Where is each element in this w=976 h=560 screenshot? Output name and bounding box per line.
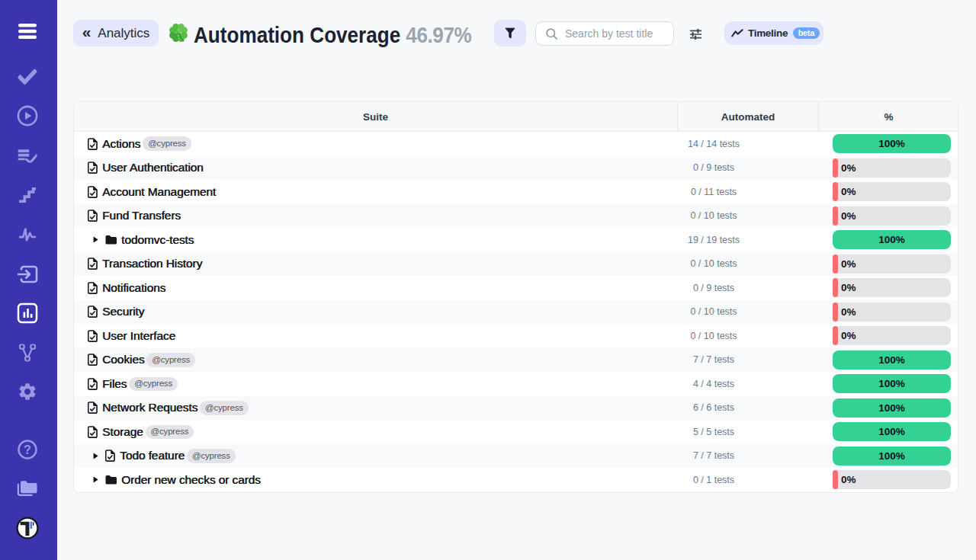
svg-text:?: ?: [24, 443, 31, 456]
